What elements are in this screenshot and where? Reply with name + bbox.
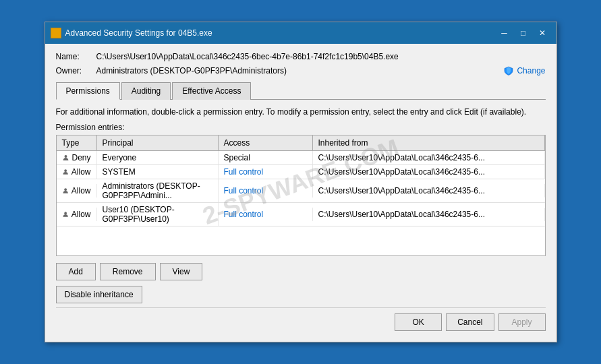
cancel-button[interactable]: Cancel [446, 313, 494, 331]
title-bar-left: Advanced Security Settings for 04B5.exe [51, 28, 212, 38]
table-rows: Deny Everyone Special C:\Users\User10\Ap… [57, 151, 545, 226]
change-link[interactable]: Change [503, 65, 545, 76]
title-icon [51, 28, 61, 38]
tab-effective-access[interactable]: Effective Access [172, 82, 251, 100]
name-value: C:\Users\User10\AppData\Local\346c2435-6… [96, 52, 546, 61]
owner-row: Owner: Administrators (DESKTOP-G0PF3PF\A… [56, 65, 546, 76]
table-row[interactable]: Allow Administrators (DESKTOP-G0PF3PF\Ad… [57, 179, 545, 203]
shield-icon [503, 65, 514, 76]
svg-point-1 [64, 170, 67, 173]
cell-inherited: C:\Users\User10\AppData\Local\346c2435-6… [313, 165, 545, 179]
maximize-button[interactable]: □ [515, 26, 532, 40]
tab-permissions[interactable]: Permissions [56, 82, 120, 100]
table-row[interactable]: Allow SYSTEM Full control C:\Users\User1… [57, 165, 545, 179]
access-link[interactable]: Full control [224, 167, 264, 177]
tabs-container: Permissions Auditing Effective Access [56, 82, 546, 100]
title-controls: ─ □ ✕ [496, 26, 551, 40]
access-text: Special [224, 153, 250, 162]
name-label: Name: [56, 52, 96, 61]
owner-value: Administrators (DESKTOP-G0PF3PF\Administ… [96, 66, 502, 75]
dialog-title: Advanced Security Settings for 04B5.exe [65, 28, 212, 38]
cell-access: Full control [219, 208, 313, 221]
cell-inherited: C:\Users\User10\AppData\Local\346c2435-6… [313, 208, 545, 221]
permission-table: Type Principal Access Inherited from Den… [56, 135, 546, 256]
col-access: Access [219, 135, 313, 150]
svg-point-0 [64, 155, 67, 158]
minimize-button[interactable]: ─ [496, 26, 513, 40]
owner-label: Owner: [56, 66, 96, 75]
footer-buttons: OK Cancel Apply [56, 307, 546, 334]
access-link[interactable]: Full control [224, 186, 264, 195]
table-row[interactable]: Deny Everyone Special C:\Users\User10\Ap… [57, 151, 545, 165]
tab-auditing[interactable]: Auditing [121, 82, 171, 100]
section-label: Permission entries: [56, 123, 546, 132]
advanced-security-dialog: Advanced Security Settings for 04B5.exe … [45, 22, 557, 343]
cell-inherited: C:\Users\User10\AppData\Local\346c2435-6… [313, 184, 545, 198]
table-row[interactable]: Allow User10 (DESKTOP-G0PF3PF\User10) Fu… [57, 203, 545, 226]
cell-access: Full control [219, 165, 313, 179]
cell-access: Special [219, 151, 313, 164]
svg-point-2 [64, 189, 67, 191]
disable-inheritance-button[interactable]: Disable inheritance [56, 286, 142, 303]
add-button[interactable]: Add [56, 263, 96, 280]
cell-type: Allow [57, 208, 97, 221]
cell-access: Full control [219, 184, 313, 198]
cell-type: Deny [57, 151, 97, 164]
remove-button[interactable]: Remove [100, 263, 156, 280]
access-link[interactable]: Full control [224, 210, 264, 219]
cell-principal: Administrators (DESKTOP-G0PF3PF\Admini..… [97, 179, 219, 202]
cell-principal: User10 (DESKTOP-G0PF3PF\User10) [97, 203, 219, 226]
ok-button[interactable]: OK [395, 313, 442, 331]
cell-inherited: C:\Users\User10\AppData\Local\346c2435-6… [313, 151, 545, 164]
table-header: Type Principal Access Inherited from [57, 135, 545, 151]
cell-principal: Everyone [97, 151, 219, 164]
col-type: Type [57, 135, 97, 150]
title-bar: Advanced Security Settings for 04B5.exe … [45, 22, 556, 44]
cell-principal: SYSTEM [97, 165, 219, 179]
col-inherited: Inherited from [313, 135, 545, 150]
col-principal: Principal [97, 135, 219, 150]
change-label: Change [517, 66, 545, 75]
cell-type: Allow [57, 184, 97, 198]
svg-point-3 [64, 212, 67, 215]
cell-type: Allow [57, 165, 97, 179]
dialog-body: 2-SPYWARE.COM Name: C:\Users\User10\AppD… [45, 44, 556, 342]
view-button[interactable]: View [160, 263, 203, 280]
action-buttons: Add Remove View [56, 263, 546, 280]
info-text: For additional information, double-click… [56, 107, 546, 118]
apply-button[interactable]: Apply [498, 313, 546, 331]
close-button[interactable]: ✕ [534, 26, 551, 40]
name-row: Name: C:\Users\User10\AppData\Local\346c… [56, 52, 546, 61]
